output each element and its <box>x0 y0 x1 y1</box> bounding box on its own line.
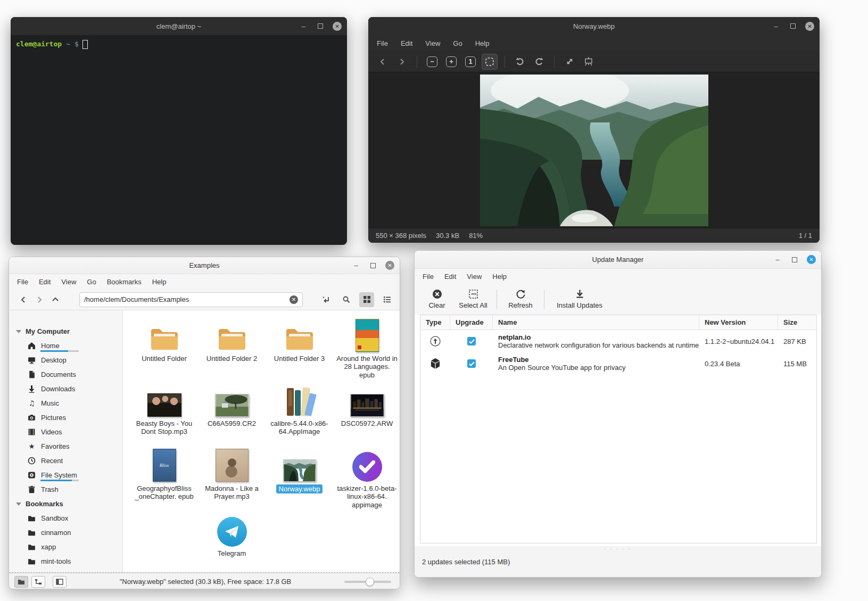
slideshow-icon[interactable] <box>581 54 597 70</box>
upgrade-checkbox[interactable] <box>450 359 493 368</box>
file-item[interactable]: Bliss GeographyofBliss _oneChapter. epub <box>130 447 198 512</box>
close-button[interactable]: ✕ <box>333 22 342 31</box>
update-row[interactable]: netplan.io Declarative network configura… <box>420 330 816 352</box>
sidebar-item-xapp[interactable]: xapp <box>9 540 122 554</box>
terminal-output[interactable]: clem@airtop~$ <box>11 35 347 54</box>
file-item[interactable]: Untitled Folder <box>130 317 198 382</box>
minimize-button[interactable]: – <box>773 255 782 265</box>
rotate-right-icon[interactable] <box>531 54 547 70</box>
image-canvas[interactable] <box>368 72 820 228</box>
show-places-button[interactable] <box>14 576 28 588</box>
menu-file[interactable]: File <box>17 278 28 286</box>
sidebar-item-downloads[interactable]: Downloads <box>9 382 122 396</box>
column-name[interactable]: Name <box>493 315 699 330</box>
menu-view[interactable]: View <box>61 278 76 286</box>
list-view-button[interactable] <box>379 292 394 307</box>
menu-help[interactable]: Help <box>475 39 490 47</box>
file-item[interactable]: Untitled Folder 2 <box>198 317 266 382</box>
column-upgrade[interactable]: Upgrade <box>450 315 493 330</box>
viewer-titlebar[interactable]: Norway.webp – ✕ <box>368 17 820 35</box>
zoom-slider-knob[interactable] <box>366 578 374 586</box>
maximize-button[interactable] <box>788 21 798 31</box>
hide-sidebar-button[interactable] <box>53 576 67 588</box>
menu-go[interactable]: Go <box>87 278 96 286</box>
menu-help[interactable]: Help <box>492 273 507 281</box>
menu-edit[interactable]: Edit <box>401 39 412 47</box>
upgrade-checkbox[interactable] <box>450 337 493 345</box>
column-size[interactable]: Size <box>778 315 816 330</box>
file-item-selected[interactable]: Norway.webp <box>266 447 333 512</box>
refresh-button[interactable]: Refresh <box>506 289 535 309</box>
update-row[interactable]: FreeTube An Open Source YouTube app for … <box>420 352 816 375</box>
maximize-button[interactable] <box>368 261 378 270</box>
clear-button[interactable]: Clear <box>422 289 452 309</box>
close-button[interactable]: ✕ <box>805 22 814 31</box>
menu-file[interactable]: File <box>377 39 388 47</box>
sidebar-item-videos[interactable]: Videos <box>9 425 122 439</box>
zoom-normal-icon[interactable]: 1 <box>462 54 478 70</box>
pane-resize-grip[interactable]: · · · · · <box>415 546 821 551</box>
forward-button[interactable] <box>31 292 47 307</box>
file-item[interactable]: DSC05972.ARW <box>333 382 400 447</box>
grid-view-button[interactable] <box>359 292 374 307</box>
menu-help[interactable]: Help <box>152 278 167 286</box>
select-all-button[interactable]: Select All <box>458 289 488 309</box>
file-item[interactable]: calibre-5.44.0-x86-64.AppImage <box>266 382 333 447</box>
sidebar-section-bookmarks[interactable]: Bookmarks <box>9 497 122 511</box>
sidebar-item-cinnamon[interactable]: cinnamon <box>9 525 122 540</box>
menu-file[interactable]: File <box>423 273 434 281</box>
sidebar-item-mint-tools[interactable]: mint-tools <box>9 554 122 569</box>
sidebar-item-favorites[interactable]: ★Favorites <box>9 439 122 454</box>
minimize-button[interactable]: – <box>299 21 308 31</box>
sidebar-item-recent[interactable]: Recent <box>9 454 122 468</box>
column-type[interactable]: Type <box>420 315 450 330</box>
sidebar-item-documents[interactable]: Documents <box>9 367 122 382</box>
zoom-out-icon[interactable]: − <box>424 54 440 70</box>
sidebar-item-pictures[interactable]: Pictures <box>9 410 122 425</box>
previous-image-button[interactable] <box>375 54 391 70</box>
file-item[interactable]: Around the World in 28 Languages. epub <box>333 317 400 382</box>
menu-bookmarks[interactable]: Bookmarks <box>107 278 142 286</box>
file-item[interactable]: Beasty Boys - You Dont Stop.mp3 <box>130 382 198 447</box>
next-image-button[interactable] <box>394 54 410 70</box>
minimize-button[interactable]: – <box>351 261 361 270</box>
menu-edit[interactable]: Edit <box>444 273 456 281</box>
updates-titlebar[interactable]: Update Manager – ✕ <box>415 251 821 269</box>
menu-view[interactable]: View <box>425 39 440 47</box>
maximize-button[interactable] <box>316 21 325 31</box>
sidebar-item-sandbox[interactable]: Sandbox <box>9 511 122 525</box>
back-button[interactable] <box>15 292 31 307</box>
close-button[interactable]: ✕ <box>807 255 816 264</box>
column-new-version[interactable]: New Version <box>699 315 778 330</box>
clear-location-icon[interactable]: ✕ <box>290 295 298 304</box>
file-item[interactable]: Telegram <box>198 512 266 573</box>
files-titlebar[interactable]: Examples – ✕ <box>9 257 400 274</box>
sidebar-item-home[interactable]: Home <box>9 339 122 353</box>
fullscreen-icon[interactable] <box>561 54 577 70</box>
show-treeview-button[interactable] <box>31 576 45 588</box>
sidebar-item-filesystem[interactable]: File System <box>9 468 122 482</box>
file-item[interactable]: Madonna - Like a Prayer.mp3 <box>198 447 266 512</box>
sidebar-item-desktop[interactable]: Desktop <box>9 353 122 367</box>
file-item[interactable]: taskizer-1.6.0-beta-linux-x86-64. appima… <box>333 447 400 512</box>
minimize-button[interactable]: – <box>771 21 781 31</box>
zoom-fit-icon[interactable] <box>482 54 498 70</box>
terminal-titlebar[interactable]: clem@airtop ~ – ✕ <box>11 17 347 35</box>
sidebar-item-music[interactable]: ♫Music <box>9 396 122 410</box>
menu-go[interactable]: Go <box>453 39 462 47</box>
location-bar[interactable]: /home/clem/Documents/Examples ✕ <box>79 292 303 307</box>
zoom-slider[interactable] <box>344 581 391 583</box>
search-icon[interactable] <box>339 292 354 307</box>
sidebar-section-computer[interactable]: My Computer <box>9 324 122 339</box>
file-item[interactable]: C66A5959.CR2 <box>198 382 266 447</box>
close-button[interactable]: ✕ <box>385 261 394 270</box>
sidebar-item-trash[interactable]: Trash <box>9 482 122 497</box>
up-button[interactable] <box>47 292 63 307</box>
zoom-in-icon[interactable]: + <box>443 54 459 70</box>
toggle-location-entry-icon[interactable] <box>319 292 334 307</box>
menu-view[interactable]: View <box>467 273 482 281</box>
maximize-button[interactable] <box>790 255 799 265</box>
file-item[interactable]: Untitled Folder 3 <box>266 317 333 382</box>
rotate-left-icon[interactable] <box>512 54 528 70</box>
install-updates-button[interactable]: Install Updates <box>553 289 606 309</box>
